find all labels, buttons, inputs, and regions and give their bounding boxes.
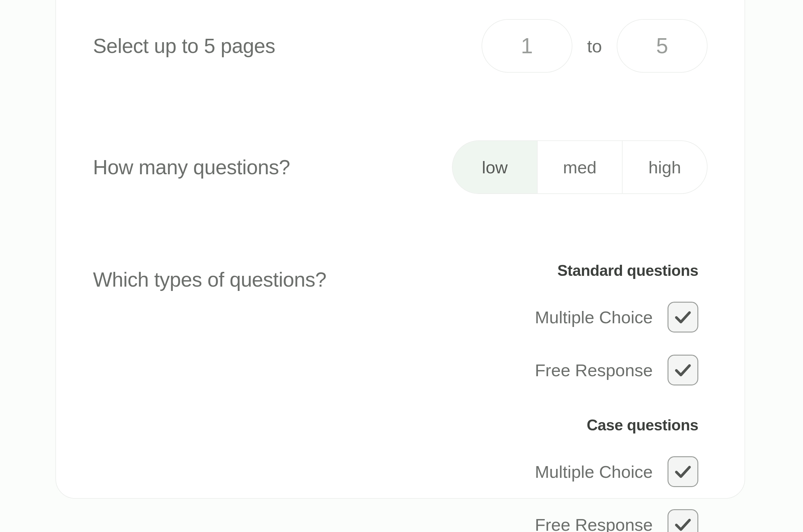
check-icon (673, 360, 693, 380)
segment-low[interactable]: low (453, 141, 538, 193)
segment-med[interactable]: med (538, 141, 623, 193)
group-case-questions: Case questions Multiple Choice Free Resp… (535, 416, 698, 532)
question-types-label: Which types of questions? (93, 268, 326, 291)
row-page-range: Select up to 5 pages to (93, 19, 708, 73)
check-label-case-fr: Free Response (535, 515, 653, 532)
page-range-control: to (481, 19, 708, 73)
group-title-case: Case questions (587, 416, 698, 434)
page-range-separator: to (587, 36, 602, 56)
checkbox-standard-mc[interactable] (668, 302, 698, 332)
check-row-case-fr: Free Response (535, 509, 698, 532)
check-row-case-mc: Multiple Choice (535, 456, 698, 487)
check-icon (673, 462, 693, 481)
check-row-standard-mc: Multiple Choice (535, 302, 698, 332)
check-row-standard-fr: Free Response (535, 355, 698, 385)
settings-card: Select up to 5 pages to How many questio… (55, 0, 745, 499)
check-label-case-mc: Multiple Choice (535, 462, 653, 482)
page-to-input[interactable] (617, 19, 708, 73)
question-types-column: Standard questions Multiple Choice Free … (535, 262, 708, 532)
page-from-input[interactable] (481, 19, 572, 73)
check-icon (673, 515, 693, 532)
group-standard-questions: Standard questions Multiple Choice Free … (535, 262, 698, 385)
row-question-types: Which types of questions? Standard quest… (93, 262, 708, 532)
question-count-segmented: low med high (452, 140, 708, 194)
group-title-standard: Standard questions (557, 262, 698, 280)
checkbox-standard-fr[interactable] (668, 355, 698, 385)
segment-high[interactable]: high (623, 141, 707, 193)
checkbox-case-fr[interactable] (668, 509, 698, 532)
row-question-count: How many questions? low med high (93, 140, 708, 194)
pages-label: Select up to 5 pages (93, 34, 275, 58)
check-label-standard-fr: Free Response (535, 360, 653, 380)
check-label-standard-mc: Multiple Choice (535, 307, 653, 327)
checkbox-case-mc[interactable] (668, 456, 698, 487)
check-icon (673, 307, 693, 327)
question-count-label: How many questions? (93, 155, 290, 179)
